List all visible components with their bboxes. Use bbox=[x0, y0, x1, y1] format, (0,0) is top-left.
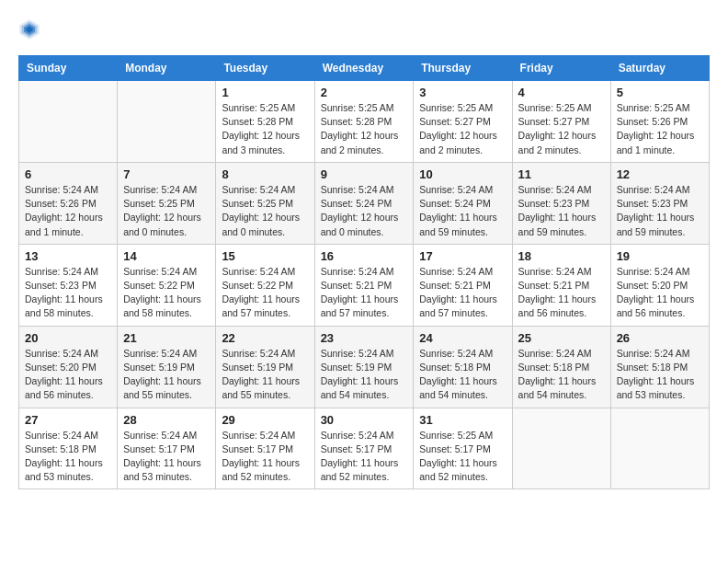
day-info: Sunrise: 5:24 AM Sunset: 5:17 PM Dayligh… bbox=[123, 429, 210, 485]
day-info: Sunrise: 5:24 AM Sunset: 5:25 PM Dayligh… bbox=[123, 183, 210, 239]
calendar-cell: 12 Sunrise: 5:24 AM Sunset: 5:23 PM Dayl… bbox=[610, 162, 709, 244]
day-info: Sunrise: 5:24 AM Sunset: 5:23 PM Dayligh… bbox=[25, 265, 111, 321]
weekday-header: Sunday bbox=[19, 56, 118, 81]
weekday-header: Thursday bbox=[414, 56, 512, 81]
day-info: Sunrise: 5:24 AM Sunset: 5:21 PM Dayligh… bbox=[321, 265, 408, 321]
calendar-cell: 26 Sunrise: 5:24 AM Sunset: 5:18 PM Dayl… bbox=[610, 326, 709, 408]
day-number: 28 bbox=[123, 413, 210, 427]
calendar-cell: 2 Sunrise: 5:25 AM Sunset: 5:28 PM Dayli… bbox=[314, 81, 414, 163]
day-info: Sunrise: 5:24 AM Sunset: 5:24 PM Dayligh… bbox=[419, 183, 506, 239]
calendar-cell: 31 Sunrise: 5:25 AM Sunset: 5:17 PM Dayl… bbox=[414, 408, 512, 489]
page-header bbox=[18, 18, 710, 40]
day-number: 20 bbox=[25, 331, 111, 345]
day-info: Sunrise: 5:24 AM Sunset: 5:25 PM Dayligh… bbox=[222, 183, 308, 239]
day-number: 22 bbox=[222, 331, 308, 345]
day-number: 13 bbox=[25, 249, 111, 263]
day-info: Sunrise: 5:24 AM Sunset: 5:18 PM Dayligh… bbox=[518, 347, 605, 403]
day-info: Sunrise: 5:25 AM Sunset: 5:17 PM Dayligh… bbox=[419, 429, 506, 485]
day-number: 11 bbox=[518, 167, 605, 181]
day-info: Sunrise: 5:25 AM Sunset: 5:28 PM Dayligh… bbox=[321, 101, 408, 157]
day-number: 3 bbox=[419, 86, 506, 99]
day-info: Sunrise: 5:24 AM Sunset: 5:23 PM Dayligh… bbox=[617, 183, 703, 239]
calendar-cell: 15 Sunrise: 5:24 AM Sunset: 5:22 PM Dayl… bbox=[216, 244, 314, 326]
calendar-cell: 21 Sunrise: 5:24 AM Sunset: 5:19 PM Dayl… bbox=[118, 326, 216, 408]
calendar-week-row: 1 Sunrise: 5:25 AM Sunset: 5:28 PM Dayli… bbox=[19, 81, 710, 163]
day-number: 14 bbox=[123, 249, 210, 263]
day-number: 12 bbox=[617, 167, 703, 181]
header-row: SundayMondayTuesdayWednesdayThursdayFrid… bbox=[19, 56, 710, 81]
day-number: 27 bbox=[25, 413, 111, 427]
day-info: Sunrise: 5:25 AM Sunset: 5:27 PM Dayligh… bbox=[518, 101, 605, 157]
day-number: 5 bbox=[617, 86, 703, 99]
day-number: 30 bbox=[321, 413, 408, 427]
day-number: 25 bbox=[518, 331, 605, 345]
calendar-cell: 13 Sunrise: 5:24 AM Sunset: 5:23 PM Dayl… bbox=[19, 244, 118, 326]
calendar-week-row: 13 Sunrise: 5:24 AM Sunset: 5:23 PM Dayl… bbox=[19, 244, 710, 326]
weekday-header: Wednesday bbox=[314, 56, 414, 81]
calendar-cell: 5 Sunrise: 5:25 AM Sunset: 5:26 PM Dayli… bbox=[610, 81, 709, 163]
calendar-cell: 23 Sunrise: 5:24 AM Sunset: 5:19 PM Dayl… bbox=[314, 326, 414, 408]
day-number: 6 bbox=[25, 167, 111, 181]
day-number: 9 bbox=[321, 167, 408, 181]
day-info: Sunrise: 5:24 AM Sunset: 5:17 PM Dayligh… bbox=[321, 429, 408, 485]
logo-icon bbox=[18, 18, 40, 40]
day-number: 26 bbox=[617, 331, 703, 345]
calendar-cell: 18 Sunrise: 5:24 AM Sunset: 5:21 PM Dayl… bbox=[512, 244, 610, 326]
calendar-cell: 27 Sunrise: 5:24 AM Sunset: 5:18 PM Dayl… bbox=[19, 408, 118, 489]
calendar-cell: 9 Sunrise: 5:24 AM Sunset: 5:24 PM Dayli… bbox=[314, 162, 414, 244]
calendar-cell: 7 Sunrise: 5:24 AM Sunset: 5:25 PM Dayli… bbox=[118, 162, 216, 244]
day-info: Sunrise: 5:24 AM Sunset: 5:22 PM Dayligh… bbox=[123, 265, 210, 321]
day-number: 15 bbox=[222, 249, 308, 263]
calendar-cell bbox=[118, 81, 216, 163]
calendar-cell: 14 Sunrise: 5:24 AM Sunset: 5:22 PM Dayl… bbox=[118, 244, 216, 326]
day-number: 4 bbox=[518, 86, 605, 99]
day-number: 1 bbox=[222, 86, 308, 99]
day-info: Sunrise: 5:24 AM Sunset: 5:21 PM Dayligh… bbox=[518, 265, 605, 321]
calendar-cell bbox=[512, 408, 610, 489]
calendar-cell: 11 Sunrise: 5:24 AM Sunset: 5:23 PM Dayl… bbox=[512, 162, 610, 244]
day-info: Sunrise: 5:24 AM Sunset: 5:19 PM Dayligh… bbox=[321, 347, 408, 403]
weekday-header: Friday bbox=[512, 56, 610, 81]
day-info: Sunrise: 5:24 AM Sunset: 5:18 PM Dayligh… bbox=[25, 429, 111, 485]
day-info: Sunrise: 5:24 AM Sunset: 5:20 PM Dayligh… bbox=[25, 347, 111, 403]
calendar-cell: 25 Sunrise: 5:24 AM Sunset: 5:18 PM Dayl… bbox=[512, 326, 610, 408]
day-number: 24 bbox=[419, 331, 506, 345]
calendar-cell: 20 Sunrise: 5:24 AM Sunset: 5:20 PM Dayl… bbox=[19, 326, 118, 408]
calendar-cell: 28 Sunrise: 5:24 AM Sunset: 5:17 PM Dayl… bbox=[118, 408, 216, 489]
calendar-cell: 22 Sunrise: 5:24 AM Sunset: 5:19 PM Dayl… bbox=[216, 326, 314, 408]
calendar-cell: 8 Sunrise: 5:24 AM Sunset: 5:25 PM Dayli… bbox=[216, 162, 314, 244]
day-number: 16 bbox=[321, 249, 408, 263]
calendar-cell: 24 Sunrise: 5:24 AM Sunset: 5:18 PM Dayl… bbox=[414, 326, 512, 408]
calendar-cell bbox=[19, 81, 118, 163]
day-info: Sunrise: 5:24 AM Sunset: 5:21 PM Dayligh… bbox=[419, 265, 506, 321]
logo bbox=[18, 18, 44, 40]
weekday-header: Tuesday bbox=[216, 56, 314, 81]
day-info: Sunrise: 5:25 AM Sunset: 5:27 PM Dayligh… bbox=[419, 101, 506, 157]
day-info: Sunrise: 5:24 AM Sunset: 5:18 PM Dayligh… bbox=[419, 347, 506, 403]
calendar-cell: 6 Sunrise: 5:24 AM Sunset: 5:26 PM Dayli… bbox=[19, 162, 118, 244]
day-number: 29 bbox=[222, 413, 308, 427]
calendar-body: 1 Sunrise: 5:25 AM Sunset: 5:28 PM Dayli… bbox=[19, 81, 710, 489]
weekday-header: Saturday bbox=[610, 56, 709, 81]
day-number: 18 bbox=[518, 249, 605, 263]
day-number: 31 bbox=[419, 413, 506, 427]
calendar-table: SundayMondayTuesdayWednesdayThursdayFrid… bbox=[18, 55, 710, 489]
calendar-cell: 16 Sunrise: 5:24 AM Sunset: 5:21 PM Dayl… bbox=[314, 244, 414, 326]
day-info: Sunrise: 5:24 AM Sunset: 5:24 PM Dayligh… bbox=[321, 183, 408, 239]
calendar-header: SundayMondayTuesdayWednesdayThursdayFrid… bbox=[19, 56, 710, 81]
day-number: 19 bbox=[617, 249, 703, 263]
weekday-header: Monday bbox=[118, 56, 216, 81]
calendar-cell: 30 Sunrise: 5:24 AM Sunset: 5:17 PM Dayl… bbox=[314, 408, 414, 489]
calendar-cell: 17 Sunrise: 5:24 AM Sunset: 5:21 PM Dayl… bbox=[414, 244, 512, 326]
day-number: 23 bbox=[321, 331, 408, 345]
day-number: 2 bbox=[321, 86, 408, 99]
calendar-cell: 19 Sunrise: 5:24 AM Sunset: 5:20 PM Dayl… bbox=[610, 244, 709, 326]
day-info: Sunrise: 5:24 AM Sunset: 5:19 PM Dayligh… bbox=[222, 347, 308, 403]
day-number: 21 bbox=[123, 331, 210, 345]
day-info: Sunrise: 5:24 AM Sunset: 5:22 PM Dayligh… bbox=[222, 265, 308, 321]
day-number: 10 bbox=[419, 167, 506, 181]
day-number: 17 bbox=[419, 249, 506, 263]
day-info: Sunrise: 5:24 AM Sunset: 5:26 PM Dayligh… bbox=[25, 183, 111, 239]
calendar-cell: 10 Sunrise: 5:24 AM Sunset: 5:24 PM Dayl… bbox=[414, 162, 512, 244]
day-info: Sunrise: 5:24 AM Sunset: 5:20 PM Dayligh… bbox=[617, 265, 703, 321]
